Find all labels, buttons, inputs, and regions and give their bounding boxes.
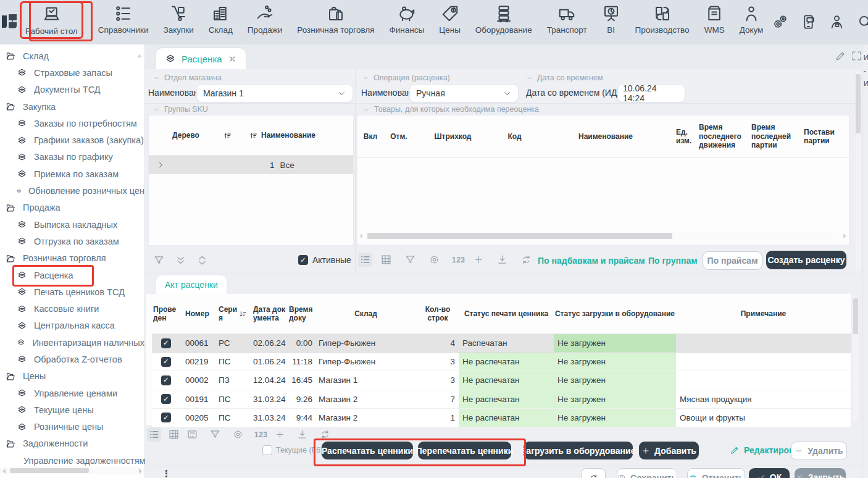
create-pricing-button[interactable]: Создать расценку: [766, 251, 846, 269]
row-checkbox[interactable]: [161, 357, 171, 367]
tree-group-purchase[interactable]: Закупка: [0, 98, 144, 115]
tree-group-retail[interactable]: Розничная торговля: [0, 250, 144, 267]
download-icon[interactable]: [496, 254, 508, 266]
grid-view-icon[interactable]: [380, 254, 392, 266]
products-section-title[interactable]: Товары, для которых необходима переоценк…: [363, 105, 539, 114]
save-button[interactable]: Сохранить: [617, 468, 677, 478]
filter-funnel-icon[interactable]: [209, 429, 221, 440]
tree-group-prices[interactable]: Цены: [0, 368, 144, 385]
tree-item-safety-stock[interactable]: Страховые запасы: [0, 64, 144, 81]
tree-item-tsd-documents[interactable]: Документы ТСД: [0, 82, 144, 98]
download-icon[interactable]: [296, 429, 308, 440]
act-row[interactable]: 00205 ПС 31.03.24 9:44 Магазин 2 1 Не ра…: [152, 409, 851, 427]
expand-arrow-icon[interactable]: [156, 161, 165, 169]
sku-section-title[interactable]: Группы SKU: [153, 105, 208, 114]
expand-collapse-icon[interactable]: [196, 254, 208, 266]
scroll-right-arrow[interactable]: [843, 233, 846, 238]
nav-references[interactable]: Справочники: [98, 0, 149, 35]
row-checkbox[interactable]: [161, 413, 171, 422]
close-button[interactable]: Закрыть: [795, 468, 846, 478]
list-view-toggle[interactable]: [358, 253, 372, 267]
products-vscrollbar-thumb[interactable]: [856, 74, 861, 133]
tab-pricing-act[interactable]: Акт расценки: [156, 275, 227, 294]
sidebar-hscrollbar-thumb[interactable]: [10, 468, 89, 473]
tree-item-shipment[interactable]: Отгрузка по заказам: [0, 233, 144, 249]
filter-funnel-icon[interactable]: [404, 254, 416, 266]
nav-production[interactable]: Производство: [635, 0, 690, 35]
tree-item-price-management[interactable]: Управление ценами: [0, 385, 144, 401]
acts-vscrollbar-thumb[interactable]: [853, 298, 858, 334]
scroll-left-arrow[interactable]: [359, 233, 362, 238]
print-labels-button[interactable]: Распечатать ценники: [322, 442, 413, 459]
tree-item-cash-books[interactable]: Кассовые книги: [0, 300, 144, 317]
act-row[interactable]: 00002 ПЗ 12.04.24 16:45 Магазин 1 3 Не р…: [152, 371, 851, 390]
tree-item-retail-price-update[interactable]: Обновление розничных цен: [0, 182, 144, 199]
act-row[interactable]: 00191 ПС 31.03.24 9:26 Магазин 2 7 Не ра…: [152, 390, 851, 409]
scroll-left-arrow[interactable]: [2, 469, 6, 474]
act-row[interactable]: 00219 ПС 01.06.24 11:18 Гипер-Фьюжен 3 Н…: [152, 353, 851, 371]
dept-select[interactable]: Магазин 1: [196, 84, 353, 103]
fullscreen-icon[interactable]: [851, 50, 862, 62]
user-lock-icon[interactable]: [828, 14, 845, 30]
tree-item-order-schedules[interactable]: Графики заказов (закупка): [0, 132, 144, 148]
card-view-icon[interactable]: [186, 429, 198, 440]
products-hscrollbar-thumb[interactable]: [367, 233, 672, 239]
tree-item-retail-prices[interactable]: Розничные цены: [0, 419, 144, 435]
phone-chat-icon[interactable]: [800, 14, 817, 30]
nav-sales[interactable]: Продажи: [248, 0, 282, 35]
tree-item-central-cash[interactable]: Центральная касса: [0, 317, 144, 334]
tree-item-orders-by-schedule[interactable]: Заказы по графику: [0, 149, 144, 166]
tree-item-invoices[interactable]: Выписка накладных: [0, 216, 144, 233]
nav-finance[interactable]: Финансы: [390, 0, 425, 35]
close-icon[interactable]: [228, 54, 237, 64]
active-checkbox[interactable]: [298, 255, 308, 265]
datetime-input[interactable]: 10.06.24 14:24: [617, 84, 685, 103]
ok-button[interactable]: ОК: [749, 468, 790, 478]
by-markups-link[interactable]: По надбавкам и прайсам: [538, 256, 645, 266]
nav-transport[interactable]: Транспорт: [547, 0, 587, 35]
gear-icon[interactable]: [232, 429, 244, 440]
refresh-icon[interactable]: [319, 429, 331, 440]
nav-retail[interactable]: Розничная торговля: [297, 0, 374, 35]
by-groups-link[interactable]: По группам: [648, 256, 698, 266]
tree-item-tsd-labels[interactable]: Печать ценников ТСД: [0, 283, 144, 300]
row-checkbox[interactable]: [161, 375, 171, 385]
refresh-icon[interactable]: [520, 254, 532, 266]
nav-prices[interactable]: Цены: [439, 0, 461, 35]
sort-asc-icon[interactable]: [249, 131, 258, 140]
list-view-toggle[interactable]: [147, 427, 161, 442]
tree-item-cash-inventory[interactable]: Инвентаризация наличных: [0, 334, 144, 351]
edit-pencil-icon[interactable]: [835, 50, 846, 62]
nav-equipment[interactable]: Оборудование: [475, 0, 532, 35]
sort-desc-icon[interactable]: [238, 309, 248, 319]
operation-select[interactable]: Ручная: [409, 84, 519, 103]
tree-item-z-reports[interactable]: Обработка Z-отчетов: [0, 351, 144, 367]
load-to-equipment-button[interactable]: Загрузить в оборудование: [524, 442, 633, 459]
nav-documents[interactable]: Докум: [740, 0, 764, 35]
plus-icon[interactable]: [474, 254, 484, 265]
add-button[interactable]: Добавить: [639, 442, 699, 459]
grid-view-icon[interactable]: [168, 429, 180, 440]
gear-icon[interactable]: [428, 254, 440, 266]
scroll-up-arrow[interactable]: [137, 54, 142, 57]
settings-gears-icon[interactable]: [772, 14, 788, 30]
search-icon[interactable]: [857, 14, 868, 30]
tree-item-orders-by-needs[interactable]: Заказы по потребностям: [0, 115, 144, 132]
filter-funnel-icon[interactable]: [153, 254, 165, 266]
tab-pricing[interactable]: Расценка: [156, 48, 246, 69]
plus-icon[interactable]: [275, 429, 285, 440]
filter-datetime-title[interactable]: Дата со временем: [526, 73, 603, 82]
tree-item-current-prices[interactable]: Текущие цены: [0, 401, 144, 418]
tree-group-debts[interactable]: Задолженности: [0, 435, 144, 452]
tree-item-receiving[interactable]: Приемка по заказам: [0, 166, 144, 182]
tree-group-warehouse[interactable]: Склад: [0, 48, 144, 64]
filter-operation-title[interactable]: Операция (расценка): [362, 73, 450, 82]
nav-wms[interactable]: WMS: [704, 0, 725, 35]
sort-asc-icon[interactable]: [223, 131, 232, 140]
cancel-button[interactable]: Отменить: [687, 468, 745, 478]
context-menu-dots-icon[interactable]: ⋮: [162, 468, 171, 478]
reprint-labels-button[interactable]: Перепечатать ценники: [418, 442, 511, 459]
delete-button[interactable]: Удалить: [791, 442, 847, 460]
tree-group-sales[interactable]: Продажа: [0, 199, 144, 216]
scroll-right-arrow[interactable]: [139, 469, 142, 474]
